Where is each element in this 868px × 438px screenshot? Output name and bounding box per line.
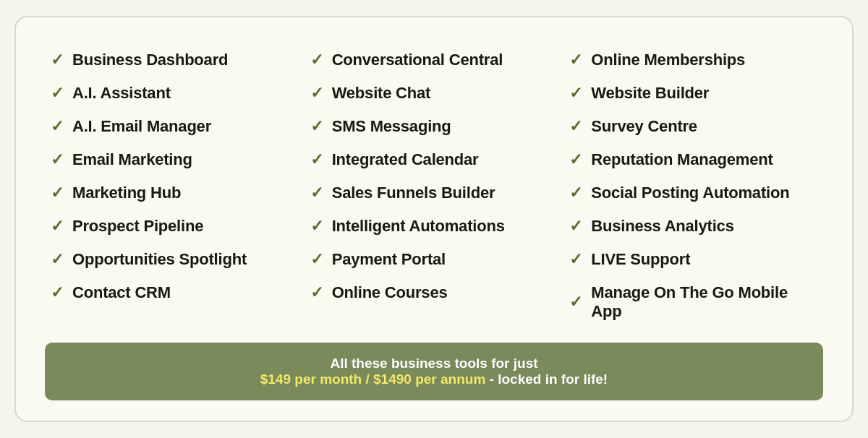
check-icon: ✓ bbox=[569, 119, 582, 134]
feature-label: SMS Messaging bbox=[332, 117, 451, 136]
list-item: ✓ Social Posting Automation bbox=[563, 176, 823, 210]
feature-label: A.I. Assistant bbox=[72, 84, 171, 103]
list-item: ✓ SMS Messaging bbox=[305, 110, 564, 143]
feature-label: Prospect Pipeline bbox=[72, 217, 203, 236]
feature-label: Contact CRM bbox=[72, 283, 171, 302]
check-icon: ✓ bbox=[310, 52, 323, 68]
check-icon: ✓ bbox=[51, 185, 64, 201]
feature-label: Online Courses bbox=[332, 283, 448, 302]
features-col-2: ✓ Conversational Central ✓ Website Chat … bbox=[305, 43, 564, 328]
list-item: ✓ Integrated Calendar bbox=[305, 143, 564, 176]
feature-label: Social Posting Automation bbox=[591, 184, 789, 202]
list-item: ✓ Intelligent Automations bbox=[305, 210, 564, 243]
check-icon: ✓ bbox=[569, 252, 582, 267]
list-item: ✓ Payment Portal bbox=[305, 243, 564, 276]
check-icon: ✓ bbox=[569, 152, 582, 168]
check-icon: ✓ bbox=[569, 85, 582, 101]
check-icon: ✓ bbox=[51, 218, 64, 234]
feature-label: Online Memberships bbox=[591, 51, 745, 69]
check-icon: ✓ bbox=[51, 52, 64, 68]
features-card: ✓ Business Dashboard ✓ A.I. Assistant ✓ … bbox=[14, 16, 854, 422]
check-icon: ✓ bbox=[310, 285, 323, 301]
list-item: ✓ Online Memberships bbox=[563, 43, 823, 77]
footer-text-line2: $149 per month / $1490 per annum bbox=[260, 372, 486, 387]
check-icon: ✓ bbox=[310, 185, 323, 201]
footer-text-suffix: - locked in for life! bbox=[485, 372, 608, 387]
feature-label: Website Chat bbox=[332, 84, 431, 103]
feature-label: Email Marketing bbox=[72, 150, 192, 169]
list-item: ✓ A.I. Email Manager bbox=[45, 110, 305, 143]
footer-line1: All these business tools for just bbox=[62, 356, 806, 372]
check-icon: ✓ bbox=[569, 218, 582, 234]
check-icon: ✓ bbox=[569, 185, 582, 201]
list-item: ✓ Online Courses bbox=[305, 276, 564, 309]
feature-label: Website Builder bbox=[591, 84, 709, 103]
check-icon: ✓ bbox=[569, 294, 582, 310]
list-item: ✓ Business Analytics bbox=[563, 210, 823, 243]
feature-label: A.I. Email Manager bbox=[72, 117, 211, 136]
list-item: ✓ Website Chat bbox=[305, 77, 564, 110]
list-item: ✓ Opportunities Spotlight bbox=[45, 243, 305, 276]
feature-label: Conversational Central bbox=[332, 51, 503, 69]
list-item: ✓ LIVE Support bbox=[563, 243, 823, 276]
features-grid: ✓ Business Dashboard ✓ A.I. Assistant ✓ … bbox=[45, 43, 823, 328]
check-icon: ✓ bbox=[310, 152, 323, 168]
feature-label: Survey Centre bbox=[591, 117, 697, 136]
list-item: ✓ Manage On The Go Mobile App bbox=[563, 276, 823, 328]
feature-label: Payment Portal bbox=[332, 250, 446, 269]
feature-label: LIVE Support bbox=[591, 250, 690, 269]
feature-label: Opportunities Spotlight bbox=[72, 250, 247, 269]
check-icon: ✓ bbox=[51, 152, 64, 168]
list-item: ✓ Email Marketing bbox=[45, 143, 305, 176]
list-item: ✓ Website Builder bbox=[563, 77, 823, 110]
feature-label: Business Dashboard bbox=[72, 51, 228, 69]
feature-label: Sales Funnels Builder bbox=[332, 184, 495, 202]
list-item: ✓ Sales Funnels Builder bbox=[305, 176, 564, 210]
check-icon: ✓ bbox=[51, 85, 64, 101]
check-icon: ✓ bbox=[569, 52, 582, 68]
list-item: ✓ Conversational Central bbox=[305, 43, 564, 77]
feature-label: Reputation Management bbox=[591, 150, 773, 169]
check-icon: ✓ bbox=[310, 252, 323, 267]
features-col-3: ✓ Online Memberships ✓ Website Builder ✓… bbox=[563, 43, 823, 328]
list-item: ✓ Reputation Management bbox=[563, 143, 823, 176]
list-item: ✓ Prospect Pipeline bbox=[45, 210, 305, 243]
check-icon: ✓ bbox=[51, 285, 64, 301]
feature-label: Marketing Hub bbox=[72, 184, 181, 202]
feature-label: Integrated Calendar bbox=[332, 150, 479, 169]
feature-label: Manage On The Go Mobile App bbox=[591, 283, 817, 321]
list-item: ✓ A.I. Assistant bbox=[45, 77, 305, 110]
check-icon: ✓ bbox=[310, 85, 323, 101]
footer-text-line1: All these business tools for just bbox=[330, 356, 537, 371]
footer-banner: All these business tools for just $149 p… bbox=[45, 343, 823, 400]
features-col-1: ✓ Business Dashboard ✓ A.I. Assistant ✓ … bbox=[45, 43, 305, 328]
list-item: ✓ Business Dashboard bbox=[45, 43, 305, 77]
footer-line2-container: $149 per month / $1490 per annum - locke… bbox=[62, 372, 806, 387]
list-item: ✓ Marketing Hub bbox=[45, 176, 305, 210]
feature-label: Intelligent Automations bbox=[332, 217, 505, 236]
check-icon: ✓ bbox=[51, 252, 64, 267]
check-icon: ✓ bbox=[310, 218, 323, 234]
list-item: ✓ Survey Centre bbox=[563, 110, 823, 143]
check-icon: ✓ bbox=[51, 119, 64, 134]
list-item: ✓ Contact CRM bbox=[45, 276, 305, 309]
feature-label: Business Analytics bbox=[591, 217, 733, 236]
check-icon: ✓ bbox=[310, 119, 323, 134]
